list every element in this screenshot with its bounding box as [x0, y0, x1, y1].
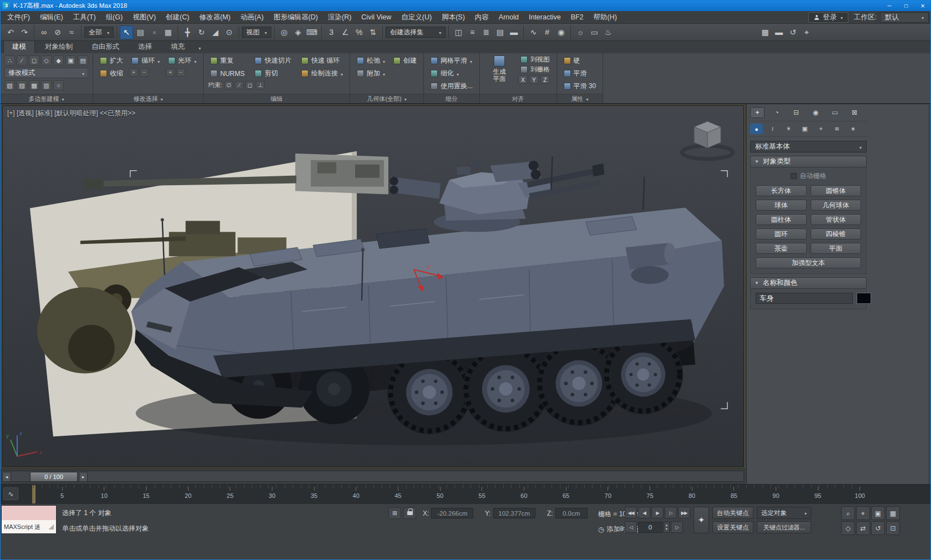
primitive-button[interactable]: 茶壶: [756, 243, 807, 254]
unlink-selection-icon[interactable]: ⊘: [51, 26, 64, 39]
hierarchy-tab-icon[interactable]: ⊟: [789, 107, 803, 118]
previous-key-button[interactable]: ◁: [625, 521, 637, 533]
ribbon-tab[interactable]: 填充: [162, 40, 194, 53]
constrain-none-icon[interactable]: ∅: [224, 81, 233, 89]
maximize-button[interactable]: [898, 0, 914, 11]
sign-in-button[interactable]: 登录: [808, 12, 848, 23]
command-panel-scrollbar[interactable]: [928, 104, 931, 484]
quick-slice-button[interactable]: 快速切片: [252, 55, 294, 66]
menu-item[interactable]: 文件(F): [2, 11, 35, 23]
preview-multi-icon[interactable]: ▩: [29, 80, 39, 90]
swift-loop-button[interactable]: 快速 循环: [299, 55, 345, 66]
undo-view-icon[interactable]: ↺: [786, 26, 800, 39]
ribbon-options-button[interactable]: [195, 42, 205, 53]
select-object-icon[interactable]: ↖: [120, 26, 133, 39]
auto-key-button[interactable]: 自动关键点: [712, 507, 753, 519]
smooth-edges-button[interactable]: 平滑: [561, 68, 599, 79]
ring-button[interactable]: 光环: [166, 55, 199, 66]
lights-category-icon[interactable]: ☀: [782, 124, 795, 134]
minimize-button[interactable]: [881, 0, 898, 11]
menu-item[interactable]: 修改器(M): [194, 11, 235, 23]
time-slider-track[interactable]: [1, 471, 744, 482]
constrain-edge-icon[interactable]: ∕: [235, 81, 244, 89]
create-tab-icon[interactable]: +: [750, 107, 765, 118]
helpers-category-icon[interactable]: ⌖: [814, 124, 827, 134]
shrink-ring-button[interactable]: [176, 68, 185, 77]
next-frame-icon[interactable]: ▷: [665, 507, 677, 518]
window-crossing-icon[interactable]: ▦: [161, 26, 175, 39]
constrain-face-icon[interactable]: ◻: [245, 81, 254, 89]
menu-item[interactable]: 图形编辑器(D): [269, 11, 323, 23]
paint-connect-button[interactable]: 绘制连接: [299, 68, 345, 79]
zoom-all-icon[interactable]: ⌖: [856, 506, 870, 520]
angle-snap-icon[interactable]: ∠: [338, 26, 352, 39]
rollout-object-type-header[interactable]: ▼ 对象类型: [750, 156, 867, 167]
ribbon-group-label-edit[interactable]: 编辑: [204, 94, 350, 103]
render-production-icon[interactable]: ♨: [601, 26, 615, 39]
snap-grid-icon[interactable]: ▩: [758, 26, 772, 39]
primitive-button[interactable]: 圆柱体: [756, 214, 807, 225]
ribbon-group-label-geometry[interactable]: 几何体(全部): [350, 94, 423, 103]
menu-item[interactable]: 编辑(E): [35, 11, 68, 23]
align-y-button[interactable]: Y: [529, 75, 539, 84]
shrink-selection-button[interactable]: 收缩: [98, 68, 125, 79]
mini-curve-editor-button[interactable]: ∿: [3, 487, 18, 500]
ribbon-group-label-subdivision[interactable]: 细分: [424, 94, 479, 103]
relax-button[interactable]: 松弛: [355, 55, 387, 66]
primitive-button[interactable]: 圆环: [756, 228, 807, 240]
primitive-button[interactable]: 球体: [756, 200, 807, 211]
menu-item[interactable]: 工具(T): [68, 11, 101, 23]
autogrid-checkbox[interactable]: [791, 173, 797, 179]
select-and-rotate-icon[interactable]: ↻: [195, 26, 208, 39]
menu-item[interactable]: BF2: [566, 11, 589, 23]
motion-tab-icon[interactable]: ◉: [808, 107, 823, 118]
play-icon[interactable]: ▶: [651, 507, 664, 518]
align-to-view-button[interactable]: 到视图: [518, 55, 552, 64]
object-level-icon[interactable]: ▣: [65, 55, 76, 65]
align-z-button[interactable]: Z: [540, 75, 550, 84]
grow-ring-button[interactable]: [166, 68, 175, 77]
systems-category-icon[interactable]: ∗: [847, 124, 859, 134]
x-coord-field[interactable]: [431, 508, 473, 518]
previous-frame-icon[interactable]: ◀: [638, 507, 650, 518]
absolute-mode-toggle[interactable]: ⊞: [388, 507, 401, 519]
scene-explorer-icon[interactable]: ▤: [493, 26, 507, 39]
previous-frame-arrow[interactable]: [2, 472, 11, 482]
zoom-extents-all-icon[interactable]: ▦: [886, 506, 900, 520]
redo-icon[interactable]: ↷: [18, 26, 31, 39]
set-key-big-button[interactable]: ✦: [694, 507, 709, 533]
zoom-icon[interactable]: ⌕: [841, 506, 855, 520]
menu-item[interactable]: Interactive: [524, 11, 566, 23]
keyboard-override-icon[interactable]: ⌨: [305, 26, 318, 39]
grow-selection-button[interactable]: 扩大: [98, 55, 125, 66]
material-editor-icon[interactable]: ◉: [554, 26, 568, 39]
primitive-button[interactable]: 平面: [811, 243, 862, 254]
make-planar-button[interactable]: 生成平面: [484, 55, 514, 83]
grow-loop-button[interactable]: [129, 68, 138, 77]
cameras-category-icon[interactable]: ▣: [798, 124, 811, 134]
reference-coordsys-select[interactable]: 视图: [242, 27, 271, 38]
primitive-button[interactable]: 长方体: [756, 185, 807, 196]
modify-tab-icon[interactable]: ◔: [770, 107, 784, 118]
align-icon[interactable]: ≡: [465, 26, 479, 39]
mirror-icon[interactable]: ◫: [452, 26, 465, 39]
viewport[interactable]: y x y z [+] [透视] [标准] [默认明暗处理] <<已禁用>>: [2, 105, 744, 467]
smooth-30-button[interactable]: 平滑 30: [561, 81, 599, 91]
paint-selection-icon[interactable]: ▥: [41, 80, 52, 90]
modify-mode-button[interactable]: 修改模式: [4, 68, 88, 78]
rollout-name-color-header[interactable]: ▼ 名称和颜色: [750, 277, 867, 289]
menu-item[interactable]: 内容: [470, 11, 494, 23]
menu-item[interactable]: 帮助(H): [589, 11, 622, 23]
select-and-move-icon[interactable]: ╋: [181, 26, 194, 39]
menu-item[interactable]: 创建(C): [161, 11, 194, 23]
attach-button[interactable]: 附加: [355, 68, 387, 79]
select-and-link-icon[interactable]: ∞: [37, 26, 50, 39]
menu-item[interactable]: 动画(A): [235, 11, 269, 23]
ribbon-tab[interactable]: 自由形式: [83, 40, 128, 53]
layer-manager-icon[interactable]: ≣: [479, 26, 493, 39]
go-to-end-icon[interactable]: ▶▶: [678, 507, 690, 518]
pan-icon[interactable]: ⇄: [856, 521, 870, 535]
menu-item[interactable]: 组(G): [101, 11, 128, 23]
maximize-viewport-icon[interactable]: ⊡: [886, 521, 900, 535]
menu-item[interactable]: 渲染(R): [323, 11, 356, 23]
